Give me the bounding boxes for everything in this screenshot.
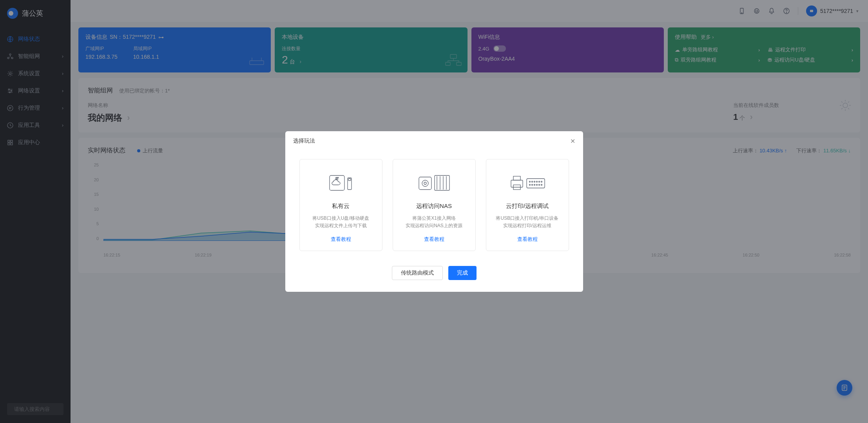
option-title: 私有云 [306,202,376,210]
close-icon[interactable]: ✕ [570,137,575,145]
svg-point-46 [541,181,542,182]
btn-traditional-mode[interactable]: 传统路由模式 [392,266,443,280]
svg-point-50 [536,184,537,185]
svg-point-52 [541,184,542,185]
option-title: 远程访问NAS [399,202,469,210]
option-tutorial-link[interactable]: 查看教程 [493,236,562,243]
modal: 选择玩法 ✕ 1T 私有云 [285,131,583,292]
option-desc: 将USB口接入U盘/移动硬盘 [306,215,376,222]
option-remote-nas[interactable]: 远程访问NAS 将蒲公英X1接入网络 实现远程访问NAS上的资源 查看教程 [393,159,476,251]
svg-rect-37 [511,180,523,187]
svg-point-43 [534,181,535,182]
btn-done[interactable]: 完成 [448,266,477,280]
svg-point-47 [529,184,530,185]
nas-icon [399,171,469,195]
svg-point-44 [536,181,537,182]
svg-rect-33 [419,177,431,190]
option-private-cloud[interactable]: 1T 私有云 将USB口接入U盘/移动硬盘 实现远程文件上传与下载 查看教程 [299,159,382,251]
svg-rect-38 [513,176,520,180]
option-tutorial-link[interactable]: 查看教程 [306,236,376,243]
printer-remote-icon [493,171,562,195]
svg-rect-32 [348,179,351,181]
svg-point-48 [531,184,533,185]
svg-point-51 [538,184,540,185]
option-desc: 实现远程打印/远程运维 [493,222,562,230]
option-cloud-print[interactable]: 云打印/远程调试 将USB口接入打印机/串口设备 实现远程打印/远程运维 查看教… [486,159,569,251]
modal-title: 选择玩法 [293,137,315,145]
svg-text:1T: 1T [335,177,339,180]
option-title: 云打印/远程调试 [493,202,562,210]
option-desc: 实现远程文件上传与下载 [306,222,376,230]
svg-point-35 [424,182,426,184]
svg-point-34 [422,180,428,186]
option-desc: 将USB口接入打印机/串口设备 [493,215,562,222]
svg-point-49 [534,184,535,185]
svg-point-42 [531,181,533,182]
option-desc: 实现远程访问NAS上的资源 [399,222,469,230]
cloud-storage-icon: 1T [306,171,376,195]
svg-point-45 [538,181,540,182]
svg-rect-40 [527,179,545,188]
svg-point-41 [529,181,530,182]
modal-overlay: 选择玩法 ✕ 1T 私有云 [0,0,868,423]
option-tutorial-link[interactable]: 查看教程 [399,236,469,243]
option-desc: 将蒲公英X1接入网络 [399,215,469,222]
